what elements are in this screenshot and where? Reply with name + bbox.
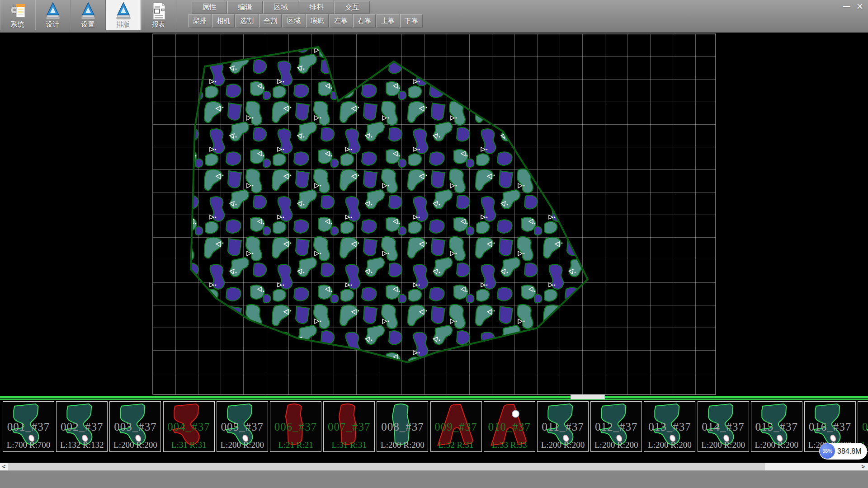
part-lr-count: L:31 R:31: [324, 440, 374, 450]
part-cell[interactable]: 003_#37L:200 R:200: [109, 401, 161, 452]
scroll-right-arrow-icon[interactable]: >: [859, 463, 867, 470]
strip-scrollbar[interactable]: < >: [0, 463, 868, 470]
part-cell[interactable]: 005_#37L:200 R:200: [217, 401, 268, 452]
part-cell[interactable]: 002_#37L:132 R:132: [56, 401, 108, 452]
part-cell[interactable]: 011_#37L:200 R:200: [537, 401, 589, 452]
app-button-label: 排版: [106, 20, 141, 29]
memory-percent-indicator: 38%: [820, 443, 835, 459]
part-label: 017_#37: [858, 421, 868, 433]
minimize-button[interactable]: —: [841, 2, 852, 12]
part-cell[interactable]: 012_#37L:200 R:200: [590, 401, 642, 452]
part-label: 015_#37: [751, 421, 802, 433]
part-label: 011_#37: [538, 421, 588, 433]
part-label: 001_#37: [3, 421, 54, 433]
part-lr-count: L:32 R:31: [431, 440, 481, 450]
scroll-left-arrow-icon[interactable]: <: [0, 463, 8, 470]
part-lr-count: L:200 R:200: [591, 440, 642, 450]
part-label: 013_#37: [644, 421, 695, 433]
part-lr-count: L:200 R:200: [698, 440, 749, 450]
part-cell[interactable]: 007_#37L:31 R:31: [323, 401, 375, 452]
nesting-canvas[interactable]: [0, 33, 868, 396]
menu-button-区域[interactable]: 区域: [263, 1, 298, 14]
part-label: 006_#37: [270, 421, 321, 433]
part-label: 016_#37: [805, 421, 855, 433]
bottom-bar: [0, 470, 868, 488]
tool-button-瑕疵[interactable]: 瑕疵: [306, 14, 329, 28]
nesting-drawing: [0, 33, 868, 396]
part-lr-count: L:200 R:200: [217, 440, 268, 450]
menu-bar: 属性编辑区域排料交互: [192, 1, 370, 13]
part-lr-count: L:31 R:31: [164, 440, 214, 450]
app-button-报表[interactable]: 报表: [141, 0, 176, 30]
app-button-系统[interactable]: 系统: [0, 0, 35, 30]
part-cell[interactable]: 006_#37L:21 R:21: [270, 401, 321, 452]
tool-button-聚排[interactable]: 聚排: [189, 14, 211, 28]
menu-button-编辑[interactable]: 编辑: [227, 1, 263, 14]
part-label: 012_#37: [591, 421, 642, 433]
part-cell[interactable]: 001_#37L:700 R:700: [3, 401, 54, 452]
app-button-label: 设置: [71, 20, 105, 29]
part-lr-count: L:132 R:132: [57, 440, 107, 450]
app-button-排版[interactable]: 排版: [106, 0, 141, 30]
set-square-icon: [79, 1, 97, 20]
part-label: 014_#37: [698, 421, 749, 433]
menu-button-交互[interactable]: 交互: [335, 1, 370, 14]
memory-badge[interactable]: 38% 384.8M: [819, 443, 867, 460]
close-button[interactable]: ✕: [854, 2, 866, 12]
part-label: 004_#37: [164, 421, 214, 433]
app-button-label: 系统: [0, 20, 35, 29]
main-toolbar: 系统设计设置排版报表 属性编辑区域排料交互 聚排相机选割全割区域瑕疵左靠右靠上靠…: [0, 0, 868, 33]
part-label: 008_#37: [377, 421, 428, 433]
part-lr-count: L:200 R:200: [751, 440, 802, 450]
part-label: 002_#37: [57, 421, 107, 433]
part-lr-count: L:200 R:200: [377, 440, 428, 450]
part-lr-count: L:200 R:200: [644, 440, 695, 450]
part-label: 009_#37: [431, 421, 481, 433]
gear-doc-icon: [9, 1, 27, 20]
part-cell[interactable]: 008_#37L:200 R:200: [377, 401, 428, 452]
strip-separator-line: [0, 396, 868, 398]
tool-button-上靠[interactable]: 上靠: [377, 14, 399, 28]
tool-button-相机[interactable]: 相机: [212, 14, 235, 28]
part-cell[interactable]: 014_#37L:200 R:200: [698, 401, 749, 452]
tool-bar: 聚排相机选割全割区域瑕疵左靠右靠上靠下靠: [189, 14, 423, 27]
app-button-设计[interactable]: 设计: [35, 0, 71, 30]
part-cell[interactable]: 004_#37L:31 R:31: [163, 401, 215, 452]
tool-button-选割[interactable]: 选割: [236, 14, 258, 28]
menu-button-属性[interactable]: 属性: [192, 1, 227, 14]
tool-button-区域[interactable]: 区域: [283, 14, 305, 28]
part-lr-count: L:200 R:200: [538, 440, 588, 450]
tool-button-全割[interactable]: 全割: [259, 14, 282, 28]
part-lr-count: L:700 R:700: [3, 440, 54, 450]
part-lr-count: L:200 R:200: [110, 440, 160, 450]
part-label: 010_#37: [484, 421, 535, 433]
canvas-hscrollbar-thumb[interactable]: [571, 394, 605, 399]
part-label: 003_#37: [110, 421, 160, 433]
tool-button-左靠[interactable]: 左靠: [330, 14, 352, 28]
strip-separator-line-2: [0, 399, 868, 400]
tool-button-下靠[interactable]: 下靠: [400, 14, 423, 28]
app-toolbar: 系统设计设置排版报表: [0, 0, 176, 30]
app-button-设置[interactable]: 设置: [71, 0, 106, 30]
set-square-icon: [44, 1, 62, 20]
part-label: 005_#37: [217, 421, 268, 433]
part-cell[interactable]: 013_#37L:200 R:200: [644, 401, 695, 452]
part-cell[interactable]: 015_#37L:200 R:200: [751, 401, 802, 452]
part-lr-count: L:21 R:21: [270, 440, 321, 450]
parts-strip: 001_#37L:700 R:700002_#37L:132 R:132003_…: [0, 400, 868, 454]
set-square-icon: [114, 1, 132, 20]
part-cell[interactable]: 009_#37L:32 R:31: [430, 401, 482, 452]
part-lr-count: L:33 R:33: [484, 440, 535, 450]
memory-amount-label: 384.8M: [837, 443, 861, 460]
part-cell[interactable]: 010_#37L:33 R:33: [484, 401, 535, 452]
report-icon: [150, 1, 168, 20]
menu-button-排料[interactable]: 排料: [299, 1, 334, 14]
tool-button-右靠[interactable]: 右靠: [353, 14, 376, 28]
part-label: 007_#37: [324, 421, 374, 433]
app-button-label: 设计: [35, 20, 70, 29]
scrollbar-thumb[interactable]: [8, 463, 765, 470]
app-button-label: 报表: [141, 20, 176, 29]
